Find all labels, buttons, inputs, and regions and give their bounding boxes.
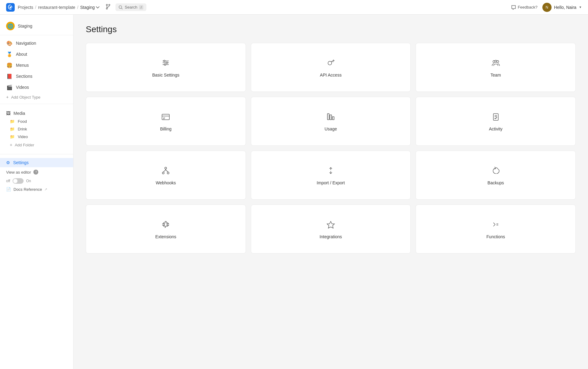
usage-icon [325,111,336,122]
basic-settings-label: Basic Settings [152,73,179,77]
nav-items-list: 🎨 Navigation 🏅 About 🍔 Menus 📕 Sections … [0,38,73,93]
card-api-access[interactable]: API Access [251,43,411,92]
media-folder-icon: 🖼 [6,111,10,116]
integrations-icon [325,219,336,230]
card-team[interactable]: Team [416,43,576,92]
user-chevron-icon: ▼ [579,6,582,9]
card-extensions[interactable]: Extensions [86,205,246,254]
help-icon[interactable]: ? [33,170,38,175]
media-section: 🖼 Media 📁 Food 📁 Drink 📁 Video + Add Fol… [0,107,73,152]
search-shortcut: / [139,5,143,9]
avatar: N [542,3,552,12]
sidebar-environment[interactable]: 🌐 Staging [0,20,73,32]
plus-icon: + [6,95,9,100]
user-menu[interactable]: N Hello, Naira ▼ [542,3,582,12]
extensions-label: Extensions [155,234,176,239]
folder-icon-video: 📁 [10,134,15,139]
api-access-icon [325,57,336,68]
svg-line-37 [493,224,495,226]
add-folder-button[interactable]: + Add Folder [0,141,73,149]
folder-icon-food: 📁 [10,119,15,124]
settings-label: Settings [13,160,29,165]
add-object-type-button[interactable]: + Add Object Type [0,93,73,101]
docs-icon: 📄 [6,187,11,192]
functions-icon [490,219,501,230]
add-folder-label: Add Folder [15,143,34,147]
breadcrumb-projects[interactable]: Projects [18,5,33,10]
card-functions[interactable]: Functions [416,205,576,254]
activity-icon [490,111,501,122]
view-editor-toggle: off On [0,177,73,185]
svg-point-30 [162,172,164,174]
nav-label-videos: Videos [16,85,29,90]
sidebar-folder-video[interactable]: 📁 Video [0,133,73,141]
toggle-off-label: off [6,179,10,183]
toggle-switch[interactable] [13,178,24,184]
breadcrumb-sep-1: / [35,5,36,10]
menus-icon: 🍔 [6,62,13,69]
svg-rect-23 [327,114,329,120]
import-export-label: Import / Export [317,180,345,185]
docs-reference-link[interactable]: 📄 Docs Reference ↗ [0,185,73,194]
top-nav: Projects / restaurant-template / Staging… [0,0,588,15]
card-backups[interactable]: Backups [416,151,576,200]
sidebar-settings[interactable]: ⚙ Settings [0,158,73,167]
settings-gear-icon: ⚙ [6,160,10,165]
card-basic-settings[interactable]: Basic Settings [86,43,246,92]
nav-label-navigation: Navigation [16,41,36,46]
git-icon[interactable] [105,4,111,11]
svg-rect-24 [330,115,332,120]
add-object-label: Add Object Type [11,95,40,100]
sidebar-item-sections[interactable]: 📕 Sections [0,71,73,82]
breadcrumb-restaurant[interactable]: restaurant-template [38,5,75,10]
toggle-on-label: On [26,179,31,183]
search-bar[interactable]: Search / [115,3,146,11]
svg-point-11 [164,60,165,62]
topnav-right: Feedback? N Hello, Naira ▼ [511,3,582,12]
card-activity[interactable]: Activity [416,97,576,146]
user-label: Hello, Naira [554,5,576,10]
card-import-export[interactable]: Import / Export [251,151,411,200]
backups-label: Backups [488,180,504,185]
billing-label: Billing [160,126,172,131]
card-usage[interactable]: Usage [251,97,411,146]
search-icon [119,5,123,9]
breadcrumb-sep-2: / [77,5,78,10]
divider-2 [0,104,73,104]
webhooks-icon [160,165,171,176]
svg-line-36 [493,223,495,224]
sidebar-item-about[interactable]: 🏅 About [0,49,73,60]
folder-label-drink: Drink [18,127,27,131]
sidebar-item-videos[interactable]: 🎬 Videos [0,82,73,93]
search-label: Search [125,5,137,9]
svg-point-4 [109,4,110,6]
sidebar-folder-food[interactable]: 📁 Food [0,118,73,125]
svg-point-3 [106,8,107,9]
svg-point-12 [166,62,168,64]
folder-icon-drink: 📁 [10,127,15,131]
view-editor-label: View as editor [6,170,31,175]
integrations-label: Integrations [319,234,342,239]
svg-line-7 [122,8,123,9]
svg-point-1 [9,6,11,8]
breadcrumb: Projects / restaurant-template / Staging [18,5,100,10]
navigation-icon: 🎨 [6,40,13,47]
sidebar-bottom: ⚙ Settings View as editor ? off On 📄 Doc… [0,158,73,194]
svg-point-13 [164,64,166,66]
svg-point-29 [165,167,167,169]
svg-marker-35 [327,221,334,228]
sidebar-folder-drink[interactable]: 📁 Drink [0,125,73,133]
svg-line-15 [333,61,334,62]
breadcrumb-staging[interactable]: Staging [80,5,100,10]
card-integrations[interactable]: Integrations [251,205,411,254]
sidebar-item-menus[interactable]: 🍔 Menus [0,60,73,71]
folder-label-video: Video [18,134,28,139]
plus-icon-folder: + [10,142,12,147]
page-title: Settings [86,24,576,34]
card-billing[interactable]: Billing [86,97,246,146]
sidebar-item-navigation[interactable]: 🎨 Navigation [0,38,73,49]
sidebar-media[interactable]: 🖼 Media [0,109,73,118]
logo-icon[interactable] [6,3,15,12]
feedback-button[interactable]: Feedback? [511,5,537,10]
card-webhooks[interactable]: Webhooks [86,151,246,200]
